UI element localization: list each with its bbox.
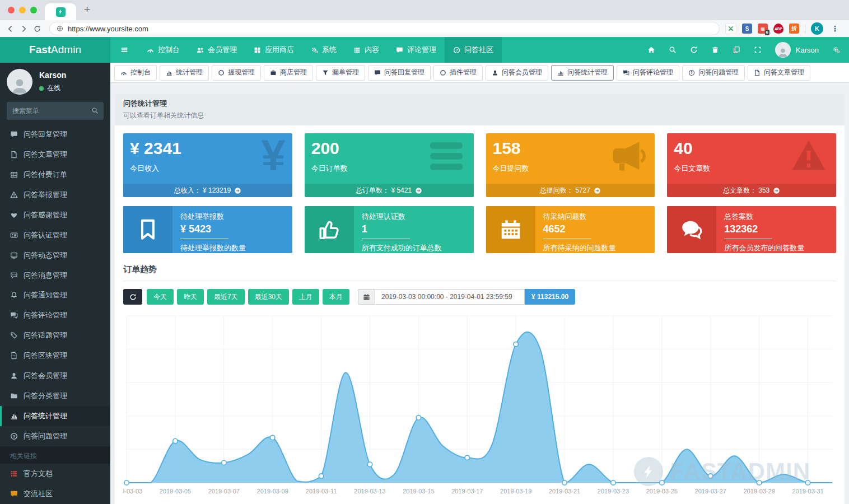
browser-tab[interactable] xyxy=(45,3,76,20)
svg-text:2019-03-29: 2019-03-29 xyxy=(744,488,775,494)
tab-dashboard[interactable]: 控制台 xyxy=(114,65,157,81)
circle-icon xyxy=(218,69,225,76)
tools-extension-icon[interactable] xyxy=(725,23,736,34)
cards-extension-icon[interactable]: ▦6 xyxy=(758,24,768,34)
svg-text:2019-03-23: 2019-03-23 xyxy=(598,488,629,494)
comments-icon xyxy=(10,311,18,319)
gauge-icon xyxy=(120,69,127,76)
window-controls[interactable] xyxy=(0,7,45,13)
minimize-window-button[interactable] xyxy=(19,7,26,13)
sidebar-item-qa-statistics[interactable]: 问答统计管理 xyxy=(0,406,110,426)
refresh-icon[interactable] xyxy=(690,46,698,54)
browser-profile-avatar[interactable]: K xyxy=(811,22,823,35)
tab-store[interactable]: 商店管理 xyxy=(264,65,313,81)
search-icon[interactable] xyxy=(669,46,677,54)
app-logo[interactable]: FastAdmin xyxy=(0,37,110,63)
svg-text:2019-03-05: 2019-03-05 xyxy=(160,488,191,494)
home-icon[interactable] xyxy=(647,46,655,54)
sidebar-link-community[interactable]: 交流社区 xyxy=(0,484,110,504)
reload-icon[interactable] xyxy=(30,22,44,35)
user-menu[interactable]: Karson xyxy=(775,42,819,58)
tab-withdraw[interactable]: 提现管理 xyxy=(212,65,261,81)
sidebar-item-qa-member[interactable]: 问答会员管理 xyxy=(0,366,110,386)
nav-item-appstore[interactable]: 应用商店 xyxy=(245,37,302,63)
filter-lastmonth-button[interactable]: 上月 xyxy=(292,289,319,305)
sidebar-item-qa-reply[interactable]: 问答回复管理 xyxy=(0,124,110,144)
browser-menu-icon[interactable]: ⋮ xyxy=(829,24,841,33)
stat-footer-link[interactable]: 总订单数： ¥ 5421 xyxy=(305,184,474,197)
sidebar-item-qa-article[interactable]: 问答文章管理 xyxy=(0,144,110,165)
sidebar-item-qa-thanks[interactable]: 问答感谢管理 xyxy=(0,205,110,225)
filter-yesterday-button[interactable]: 昨天 xyxy=(177,289,204,305)
settings-gears-icon[interactable] xyxy=(832,46,840,54)
new-tab-button[interactable]: + xyxy=(76,4,90,17)
filter-today-button[interactable]: 今天 xyxy=(147,289,174,305)
sidebar-item-qa-notice[interactable]: 问答通知管理 xyxy=(0,286,110,306)
tab-qa-comment[interactable]: 问答评论管理 xyxy=(617,65,679,81)
sidebar-item-qa-report[interactable]: 问答举报管理 xyxy=(0,185,110,205)
sidebar-item-qa-category[interactable]: 问答分类管理 xyxy=(0,386,110,406)
file-icon xyxy=(754,69,761,76)
page-title: 问答统计管理 xyxy=(123,99,836,109)
s-extension-icon[interactable]: S xyxy=(742,24,752,34)
sidebar-toggle-icon[interactable] xyxy=(110,37,138,63)
tab-qa-member[interactable]: 问答会员管理 xyxy=(486,65,548,81)
filter-thismonth-button[interactable]: 本月 xyxy=(323,289,349,305)
tab-qa-question[interactable]: 问答问题管理 xyxy=(682,65,745,81)
zhe-extension-icon[interactable]: 折 xyxy=(789,24,799,34)
trash-icon[interactable] xyxy=(711,46,719,54)
menu-search-input[interactable] xyxy=(7,102,104,120)
sidebar-item-qa-paid-order[interactable]: 问答付费订单 xyxy=(0,165,110,185)
nav-item-dashboard[interactable]: 控制台 xyxy=(138,37,188,63)
sidebar-item-qa-dynamics[interactable]: 问答动态管理 xyxy=(0,245,110,265)
nav-item-content[interactable]: 内容 xyxy=(345,37,388,63)
date-range-input[interactable]: 2019-03-03 00:00:00 - 2019-04-01 23:59:5… xyxy=(375,289,525,305)
search-icon[interactable] xyxy=(91,107,99,114)
sidebar-item-qa-topic[interactable]: 问答话题管理 xyxy=(0,325,110,346)
adblock-extension-icon[interactable]: ABP xyxy=(773,24,783,34)
stat-footer-link[interactable]: 总提问数： 5727 xyxy=(486,184,655,197)
bell-icon xyxy=(10,291,18,299)
tab-missed-order[interactable]: 漏单管理 xyxy=(316,65,365,81)
stat-card-questions: 158 今日提问数 总提问数： 5727 xyxy=(486,133,655,197)
tab-statistics[interactable]: 统计管理 xyxy=(160,65,209,81)
sidebar-item-qa-certification[interactable]: 问答认证管理 xyxy=(0,225,110,245)
info-value: ¥ 5423 xyxy=(180,223,284,235)
url-text[interactable]: https://www.yoursite.com xyxy=(68,25,148,33)
info-desc: 待处理举报数的数量 xyxy=(180,243,284,253)
zoom-window-button[interactable] xyxy=(30,7,37,13)
info-box-pending-certs: 待处理认证数 1 所有支付成功的订单总数 xyxy=(305,206,474,253)
tab-plugins[interactable]: 插件管理 xyxy=(433,65,483,81)
divider xyxy=(180,239,228,239)
tab-qa-reply[interactable]: 问答回复管理 xyxy=(368,65,431,81)
sidebar-item-qa-question[interactable]: 问答问题管理 xyxy=(0,426,110,446)
refresh-button[interactable] xyxy=(123,289,142,305)
tab-qa-article[interactable]: 问答文章管理 xyxy=(748,65,810,81)
nav-item-comments[interactable]: 评论管理 xyxy=(388,37,445,63)
filter-7days-button[interactable]: 最近7天 xyxy=(207,289,245,305)
bars-icon xyxy=(426,138,467,175)
sidebar-link-docs[interactable]: 官方文档 xyxy=(0,464,110,484)
nav-item-members[interactable]: 会员管理 xyxy=(188,37,245,63)
stat-footer-link[interactable]: 总收入： ¥ 123219 xyxy=(123,184,292,197)
sidebar-item-qa-block[interactable]: 问答区块管理 xyxy=(0,346,110,366)
tab-qa-statistics[interactable]: 问答统计管理 xyxy=(551,65,614,81)
arrow-circle-icon xyxy=(594,187,601,194)
forward-icon[interactable] xyxy=(17,22,30,35)
nav-item-qa-community[interactable]: 问答社区 xyxy=(445,37,502,63)
filter-30days-button[interactable]: 最近30天 xyxy=(248,289,289,305)
total-amount-button[interactable]: ¥ 113215.00 xyxy=(525,289,575,305)
copy-icon[interactable] xyxy=(733,46,740,54)
sidebar-item-qa-message[interactable]: 问答消息管理 xyxy=(0,265,110,286)
back-icon[interactable] xyxy=(3,22,17,35)
fullscreen-icon[interactable] xyxy=(754,46,762,54)
close-window-button[interactable] xyxy=(8,7,15,13)
order-trend-chart[interactable]: 2019-03-032019-03-052019-03-072019-03-09… xyxy=(123,308,836,503)
area-chart-canvas[interactable]: 2019-03-032019-03-052019-03-072019-03-09… xyxy=(123,308,836,503)
svg-text:2019-03-13: 2019-03-13 xyxy=(354,488,385,494)
address-bar[interactable]: https://www.yoursite.com xyxy=(49,22,720,35)
stat-footer-link[interactable]: 总文章数： 353 xyxy=(667,184,836,197)
nav-item-system[interactable]: 系统 xyxy=(302,37,345,63)
sidebar-item-qa-comment[interactable]: 问答评论管理 xyxy=(0,305,110,325)
divider xyxy=(805,24,805,33)
